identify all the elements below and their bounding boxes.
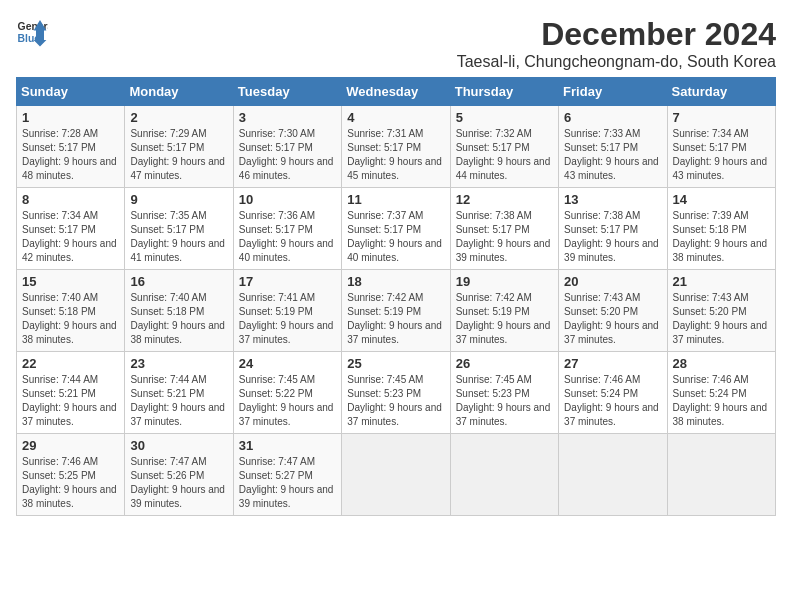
calendar-cell: 21Sunrise: 7:43 AMSunset: 5:20 PMDayligh… — [667, 270, 775, 352]
day-info: Sunrise: 7:29 AMSunset: 5:17 PMDaylight:… — [130, 127, 227, 183]
day-number: 23 — [130, 356, 227, 371]
calendar-cell: 19Sunrise: 7:42 AMSunset: 5:19 PMDayligh… — [450, 270, 558, 352]
title-section: December 2024 Taesal-li, Chungcheongnam-… — [457, 16, 776, 71]
calendar-cell: 15Sunrise: 7:40 AMSunset: 5:18 PMDayligh… — [17, 270, 125, 352]
day-info: Sunrise: 7:45 AMSunset: 5:23 PMDaylight:… — [456, 373, 553, 429]
day-info: Sunrise: 7:32 AMSunset: 5:17 PMDaylight:… — [456, 127, 553, 183]
calendar-cell — [667, 434, 775, 516]
day-number: 15 — [22, 274, 119, 289]
calendar-cell: 1Sunrise: 7:28 AMSunset: 5:17 PMDaylight… — [17, 106, 125, 188]
day-number: 16 — [130, 274, 227, 289]
calendar-week-row: 8Sunrise: 7:34 AMSunset: 5:17 PMDaylight… — [17, 188, 776, 270]
day-info: Sunrise: 7:47 AMSunset: 5:27 PMDaylight:… — [239, 455, 336, 511]
calendar-cell: 29Sunrise: 7:46 AMSunset: 5:25 PMDayligh… — [17, 434, 125, 516]
calendar-cell: 18Sunrise: 7:42 AMSunset: 5:19 PMDayligh… — [342, 270, 450, 352]
day-info: Sunrise: 7:42 AMSunset: 5:19 PMDaylight:… — [347, 291, 444, 347]
weekday-header-monday: Monday — [125, 78, 233, 106]
subtitle: Taesal-li, Chungcheongnam-do, South Kore… — [457, 53, 776, 71]
calendar-cell: 3Sunrise: 7:30 AMSunset: 5:17 PMDaylight… — [233, 106, 341, 188]
day-number: 2 — [130, 110, 227, 125]
calendar-cell: 8Sunrise: 7:34 AMSunset: 5:17 PMDaylight… — [17, 188, 125, 270]
weekday-header-friday: Friday — [559, 78, 667, 106]
day-number: 14 — [673, 192, 770, 207]
page-header: General Blue December 2024 Taesal-li, Ch… — [16, 16, 776, 71]
day-info: Sunrise: 7:42 AMSunset: 5:19 PMDaylight:… — [456, 291, 553, 347]
weekday-header-wednesday: Wednesday — [342, 78, 450, 106]
day-info: Sunrise: 7:36 AMSunset: 5:17 PMDaylight:… — [239, 209, 336, 265]
day-number: 4 — [347, 110, 444, 125]
day-info: Sunrise: 7:34 AMSunset: 5:17 PMDaylight:… — [673, 127, 770, 183]
day-number: 18 — [347, 274, 444, 289]
day-info: Sunrise: 7:46 AMSunset: 5:24 PMDaylight:… — [673, 373, 770, 429]
calendar-cell: 10Sunrise: 7:36 AMSunset: 5:17 PMDayligh… — [233, 188, 341, 270]
day-info: Sunrise: 7:43 AMSunset: 5:20 PMDaylight:… — [673, 291, 770, 347]
day-number: 27 — [564, 356, 661, 371]
calendar-week-row: 22Sunrise: 7:44 AMSunset: 5:21 PMDayligh… — [17, 352, 776, 434]
calendar-cell: 14Sunrise: 7:39 AMSunset: 5:18 PMDayligh… — [667, 188, 775, 270]
calendar-cell: 5Sunrise: 7:32 AMSunset: 5:17 PMDaylight… — [450, 106, 558, 188]
day-info: Sunrise: 7:31 AMSunset: 5:17 PMDaylight:… — [347, 127, 444, 183]
calendar-week-row: 15Sunrise: 7:40 AMSunset: 5:18 PMDayligh… — [17, 270, 776, 352]
calendar-cell: 11Sunrise: 7:37 AMSunset: 5:17 PMDayligh… — [342, 188, 450, 270]
day-info: Sunrise: 7:40 AMSunset: 5:18 PMDaylight:… — [130, 291, 227, 347]
day-number: 7 — [673, 110, 770, 125]
calendar-cell: 30Sunrise: 7:47 AMSunset: 5:26 PMDayligh… — [125, 434, 233, 516]
calendar-cell: 17Sunrise: 7:41 AMSunset: 5:19 PMDayligh… — [233, 270, 341, 352]
calendar-cell — [342, 434, 450, 516]
day-number: 30 — [130, 438, 227, 453]
day-number: 29 — [22, 438, 119, 453]
day-info: Sunrise: 7:33 AMSunset: 5:17 PMDaylight:… — [564, 127, 661, 183]
calendar-cell: 25Sunrise: 7:45 AMSunset: 5:23 PMDayligh… — [342, 352, 450, 434]
day-number: 25 — [347, 356, 444, 371]
weekday-header-row: SundayMondayTuesdayWednesdayThursdayFrid… — [17, 78, 776, 106]
calendar-cell: 31Sunrise: 7:47 AMSunset: 5:27 PMDayligh… — [233, 434, 341, 516]
day-info: Sunrise: 7:38 AMSunset: 5:17 PMDaylight:… — [456, 209, 553, 265]
main-title: December 2024 — [457, 16, 776, 53]
day-number: 22 — [22, 356, 119, 371]
day-number: 13 — [564, 192, 661, 207]
calendar-table: SundayMondayTuesdayWednesdayThursdayFrid… — [16, 77, 776, 516]
day-number: 6 — [564, 110, 661, 125]
day-info: Sunrise: 7:45 AMSunset: 5:23 PMDaylight:… — [347, 373, 444, 429]
calendar-cell: 12Sunrise: 7:38 AMSunset: 5:17 PMDayligh… — [450, 188, 558, 270]
calendar-week-row: 1Sunrise: 7:28 AMSunset: 5:17 PMDaylight… — [17, 106, 776, 188]
calendar-cell: 13Sunrise: 7:38 AMSunset: 5:17 PMDayligh… — [559, 188, 667, 270]
day-info: Sunrise: 7:40 AMSunset: 5:18 PMDaylight:… — [22, 291, 119, 347]
calendar-cell: 27Sunrise: 7:46 AMSunset: 5:24 PMDayligh… — [559, 352, 667, 434]
day-info: Sunrise: 7:39 AMSunset: 5:18 PMDaylight:… — [673, 209, 770, 265]
day-info: Sunrise: 7:30 AMSunset: 5:17 PMDaylight:… — [239, 127, 336, 183]
day-info: Sunrise: 7:44 AMSunset: 5:21 PMDaylight:… — [22, 373, 119, 429]
day-info: Sunrise: 7:35 AMSunset: 5:17 PMDaylight:… — [130, 209, 227, 265]
day-info: Sunrise: 7:37 AMSunset: 5:17 PMDaylight:… — [347, 209, 444, 265]
day-info: Sunrise: 7:41 AMSunset: 5:19 PMDaylight:… — [239, 291, 336, 347]
calendar-cell: 28Sunrise: 7:46 AMSunset: 5:24 PMDayligh… — [667, 352, 775, 434]
day-number: 19 — [456, 274, 553, 289]
calendar-cell — [450, 434, 558, 516]
calendar-cell: 4Sunrise: 7:31 AMSunset: 5:17 PMDaylight… — [342, 106, 450, 188]
day-info: Sunrise: 7:43 AMSunset: 5:20 PMDaylight:… — [564, 291, 661, 347]
day-info: Sunrise: 7:46 AMSunset: 5:24 PMDaylight:… — [564, 373, 661, 429]
day-number: 28 — [673, 356, 770, 371]
calendar-cell: 16Sunrise: 7:40 AMSunset: 5:18 PMDayligh… — [125, 270, 233, 352]
day-number: 10 — [239, 192, 336, 207]
day-number: 17 — [239, 274, 336, 289]
day-number: 12 — [456, 192, 553, 207]
weekday-header-sunday: Sunday — [17, 78, 125, 106]
day-info: Sunrise: 7:47 AMSunset: 5:26 PMDaylight:… — [130, 455, 227, 511]
day-info: Sunrise: 7:28 AMSunset: 5:17 PMDaylight:… — [22, 127, 119, 183]
weekday-header-tuesday: Tuesday — [233, 78, 341, 106]
day-number: 26 — [456, 356, 553, 371]
day-number: 5 — [456, 110, 553, 125]
day-number: 20 — [564, 274, 661, 289]
day-number: 9 — [130, 192, 227, 207]
day-number: 31 — [239, 438, 336, 453]
calendar-cell: 26Sunrise: 7:45 AMSunset: 5:23 PMDayligh… — [450, 352, 558, 434]
day-info: Sunrise: 7:38 AMSunset: 5:17 PMDaylight:… — [564, 209, 661, 265]
day-number: 8 — [22, 192, 119, 207]
calendar-cell — [559, 434, 667, 516]
day-info: Sunrise: 7:45 AMSunset: 5:22 PMDaylight:… — [239, 373, 336, 429]
day-info: Sunrise: 7:34 AMSunset: 5:17 PMDaylight:… — [22, 209, 119, 265]
weekday-header-thursday: Thursday — [450, 78, 558, 106]
calendar-cell: 7Sunrise: 7:34 AMSunset: 5:17 PMDaylight… — [667, 106, 775, 188]
day-number: 24 — [239, 356, 336, 371]
